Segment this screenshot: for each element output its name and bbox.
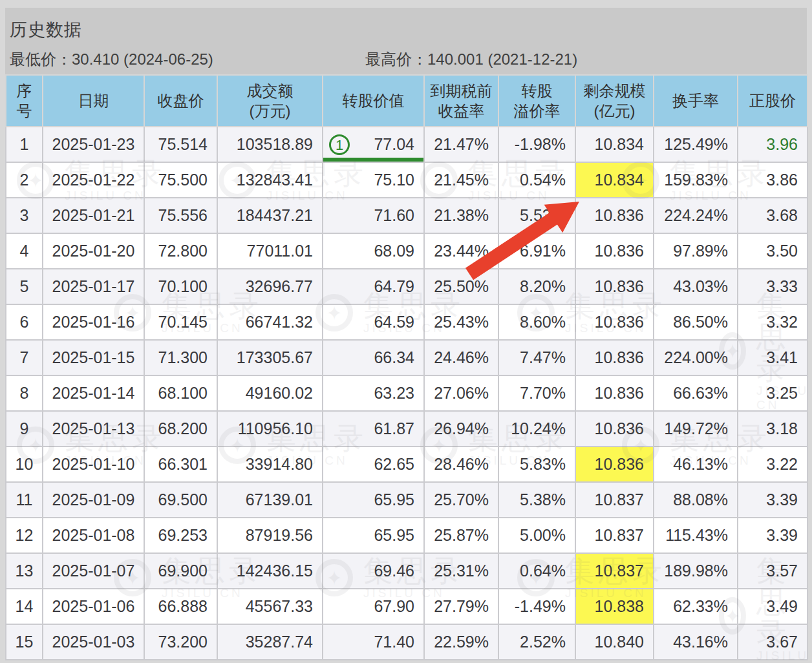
cell-close: 69.900 (144, 553, 217, 589)
cell-stock_price: 3.39 (738, 482, 807, 518)
cell-premium: 5.83% (498, 447, 575, 482)
cell-value: 224.00% (664, 348, 728, 366)
cell-value: 14 (16, 597, 34, 615)
cell-value: 10.836 (595, 348, 644, 366)
cell-conv_value: 64.59 (323, 304, 424, 340)
cell-close: 70.145 (144, 304, 217, 340)
cell-value: 66.63% (673, 384, 728, 402)
table-row: 72025-01-1571.300173305.6766.3424.46%7.4… (6, 340, 807, 375)
cell-value: 10.24% (511, 419, 566, 437)
cell-premium: 8.60% (498, 304, 575, 340)
cell-value: 35287.74 (246, 633, 313, 651)
cell-ytm: 22.59% (424, 624, 498, 660)
table-row: 42025-01-2072.80077011.0168.0923.44%6.91… (6, 233, 807, 269)
cell-value: 3.68 (766, 206, 798, 224)
cell-value: 71.300 (158, 348, 208, 366)
cell-value: 70.145 (158, 313, 208, 331)
cell-value: 15 (16, 633, 34, 651)
cell-stock_price: 3.18 (738, 411, 807, 447)
cell-turnover_rate: 88.08% (654, 482, 738, 518)
cell-conv_value: 75.10 (323, 162, 424, 198)
cell-value: 66.888 (158, 597, 208, 615)
cell-idx: 7 (6, 340, 43, 375)
cell-value: 65.95 (374, 526, 414, 544)
cell-idx: 9 (6, 411, 43, 447)
cell-value: 1 (20, 135, 29, 153)
column-header-text: 换手率 (654, 90, 737, 111)
table-row: 82025-01-1468.10049160.0263.2327.06%7.70… (6, 375, 807, 411)
cell-close: 75.500 (144, 162, 217, 198)
cell-value: 77.04 (374, 135, 414, 153)
cell-value: 10.836 (595, 206, 644, 224)
cell-remaining: 10.837 (575, 482, 654, 518)
cell-stock_price: 3.50 (738, 233, 807, 269)
cell-date: 2025-01-08 (43, 518, 144, 553)
cell-value: 64.79 (374, 277, 414, 295)
cell-stock_price: 3.25 (738, 375, 807, 411)
cell-remaining: 10.836 (575, 269, 654, 304)
cell-conv_value: 62.65 (323, 447, 424, 482)
cell-value: 184437.21 (237, 206, 313, 224)
cell-premium: 0.64% (498, 553, 575, 589)
cell-conv_value: 177.04 (323, 127, 424, 162)
cell-value: 3.33 (766, 277, 798, 295)
cell-value: 62.33% (673, 597, 728, 615)
cell-idx: 1 (6, 127, 43, 162)
cell-value: 77011.01 (247, 242, 313, 260)
cell-conv_value: 69.46 (323, 553, 424, 589)
cell-value: 71.40 (374, 633, 414, 651)
cell-value: 32696.77 (246, 277, 313, 295)
cell-conv_value: 71.40 (323, 624, 424, 660)
cell-value: 2025-01-10 (52, 455, 135, 473)
table-row: 92025-01-1368.200110956.1061.8726.94%10.… (6, 411, 807, 447)
cell-idx: 11 (6, 482, 43, 518)
cell-value: 0.54% (520, 171, 566, 189)
cell-value: 5.83% (520, 455, 566, 473)
cell-value: 3.39 (766, 490, 798, 509)
cell-value: 10.838 (595, 597, 644, 615)
cell-value: 13 (16, 562, 34, 580)
cell-value: 3.49 (766, 597, 798, 615)
cell-ytm: 27.79% (424, 589, 498, 624)
cell-stock_price: 3.33 (738, 269, 807, 304)
cell-ytm: 25.43% (424, 304, 498, 340)
cell-close: 66.888 (144, 589, 217, 624)
cell-ytm: 25.31% (424, 553, 498, 589)
cell-conv_value: 66.34 (323, 340, 424, 375)
cell-value: 66.301 (158, 455, 208, 473)
cell-ytm: 21.45% (424, 162, 498, 198)
cell-date: 2025-01-20 (43, 233, 144, 269)
cell-value: 75.500 (158, 171, 208, 189)
cell-value: 115.43% (665, 526, 728, 544)
column-header-text: (万元) (218, 101, 322, 121)
cell-idx: 8 (6, 375, 43, 411)
cell-value: 63.23 (374, 384, 414, 402)
circled-1-badge[interactable]: 1 (329, 134, 350, 155)
column-header-stock_price: 正股价 (738, 75, 807, 127)
cell-value: 10.836 (595, 242, 644, 260)
column-header-turnover_amount: 成交额(万元) (217, 75, 323, 127)
cell-value: 10.836 (595, 384, 644, 402)
cell-value: 46.13% (673, 455, 728, 473)
table-row: 142025-01-0666.88845567.3367.9027.79%-1.… (6, 589, 807, 624)
cell-stock_price: 3.39 (738, 518, 807, 553)
column-header-idx: 序号 (6, 75, 43, 127)
cell-turnover_amount: 67139.01 (217, 482, 323, 518)
cell-ytm: 25.87% (424, 518, 498, 553)
highest-price-label: 最高价： (365, 50, 427, 68)
cell-turnover_amount: 77011.01 (217, 233, 323, 269)
cell-stock_price: 3.32 (738, 304, 807, 340)
column-header-date: 日期 (43, 75, 144, 127)
cell-date: 2025-01-23 (43, 127, 144, 162)
cell-idx: 15 (6, 624, 43, 660)
cell-value: 28.46% (434, 455, 489, 473)
cell-value: 10.837 (595, 562, 644, 580)
cell-turnover_rate: 43.16% (654, 624, 738, 660)
cell-remaining: 10.836 (575, 375, 654, 411)
cell-value: 2025-01-08 (52, 526, 135, 544)
lowest-price-label: 最低价： (10, 50, 72, 68)
cell-value: 2025-01-06 (52, 597, 135, 615)
cell-value: 10.834 (595, 171, 644, 189)
cell-turnover_amount: 87919.56 (217, 518, 323, 553)
cell-value: 142436.15 (237, 562, 313, 580)
